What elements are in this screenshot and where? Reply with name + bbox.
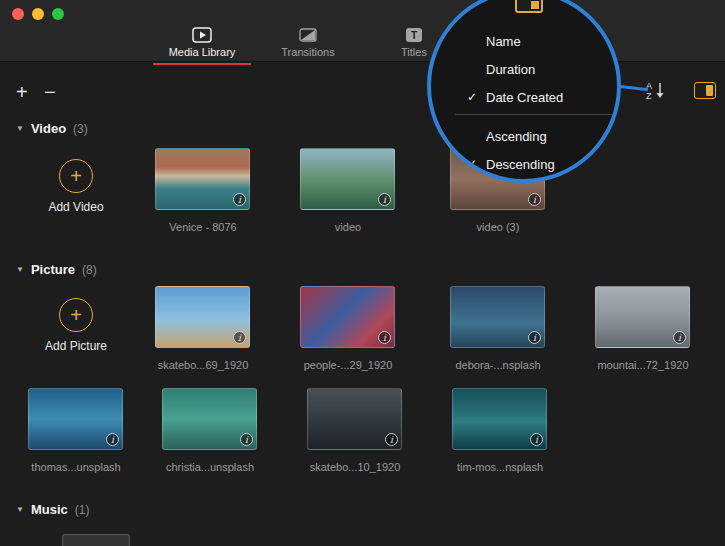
section-header-video[interactable]: ▼ Video (3)	[16, 121, 88, 136]
tab-underline-placeholder	[259, 63, 357, 65]
media-thumbnail[interactable]: i	[307, 388, 402, 450]
section-count: (1)	[75, 503, 90, 517]
close-button[interactable]	[12, 8, 24, 20]
media-caption: people-...29_1920	[283, 359, 413, 371]
sort-menu-zoom-callout: Name Duration ✓ Date Created Ascending ✓…	[427, 0, 621, 183]
add-video-button[interactable]: +	[59, 159, 93, 193]
media-caption: mountai...72_1920	[578, 359, 708, 371]
media-caption: tim-mos...nsplash	[435, 461, 565, 473]
menu-item-label: Name	[486, 34, 521, 49]
menu-item-label: Descending	[486, 157, 555, 172]
menu-separator	[455, 114, 613, 115]
zoomed-toolbar-icon	[515, 0, 543, 13]
add-picture-button[interactable]: +	[59, 298, 93, 332]
info-icon[interactable]: i	[528, 193, 541, 206]
disclosure-triangle-icon: ▼	[16, 505, 24, 514]
info-icon[interactable]: i	[378, 193, 391, 206]
media-thumbnail[interactable]: i	[300, 286, 395, 348]
menu-item-date-created[interactable]: ✓ Date Created	[467, 87, 563, 107]
media-thumbnail[interactable]: i	[595, 286, 690, 348]
media-caption: christia...unsplash	[145, 461, 275, 473]
media-caption: video	[283, 221, 413, 233]
section-count: (3)	[73, 122, 88, 136]
menu-item-label: Duration	[486, 62, 535, 77]
app-window: Media Library Transitions T Titles + −	[0, 0, 725, 546]
disclosure-triangle-icon: ▼	[16, 124, 24, 133]
tab-media-library[interactable]: Media Library	[150, 27, 254, 65]
add-media-button[interactable]: +	[16, 82, 28, 102]
info-icon[interactable]: i	[233, 331, 246, 344]
window-chrome: Media Library Transitions T Titles	[0, 0, 725, 62]
menu-item-name[interactable]: Name	[467, 31, 521, 51]
media-thumbnail-partial[interactable]	[62, 534, 130, 546]
media-library-icon	[192, 27, 212, 43]
media-caption: skatebo...10_1920	[290, 461, 420, 473]
info-icon[interactable]: i	[530, 433, 543, 446]
menu-item-descending[interactable]: ✓ Descending	[467, 154, 555, 174]
info-icon[interactable]: i	[378, 331, 391, 344]
section-header-music[interactable]: ▼ Music (1)	[16, 502, 89, 517]
media-thumbnail[interactable]: i	[452, 388, 547, 450]
add-picture-label: Add Picture	[28, 339, 124, 353]
transitions-icon	[299, 27, 317, 43]
info-icon[interactable]: i	[673, 331, 686, 344]
section-title: Video	[31, 121, 66, 136]
media-thumbnail[interactable]: i	[155, 148, 250, 210]
plus-icon: +	[70, 305, 82, 325]
media-caption: debora-...nsplash	[433, 359, 563, 371]
info-icon[interactable]: i	[233, 193, 246, 206]
tab-transitions-label: Transitions	[281, 46, 334, 58]
info-icon[interactable]: i	[106, 433, 119, 446]
media-thumbnail[interactable]: i	[162, 388, 257, 450]
section-title: Picture	[31, 262, 75, 277]
media-thumbnail[interactable]: i	[300, 148, 395, 210]
disclosure-triangle-icon: ▼	[16, 265, 24, 274]
remove-media-button[interactable]: −	[44, 82, 56, 102]
menu-item-label: Date Created	[486, 90, 563, 105]
media-caption: video (3)	[433, 221, 563, 233]
section-header-picture[interactable]: ▼ Picture (8)	[16, 262, 97, 277]
tab-transitions[interactable]: Transitions	[256, 27, 360, 65]
tab-media-library-label: Media Library	[169, 46, 236, 58]
media-panel-toggle-icon[interactable]	[694, 82, 716, 99]
media-caption: skatebo...69_1920	[138, 359, 268, 371]
menu-item-duration[interactable]: Duration	[467, 59, 535, 79]
zoom-button[interactable]	[52, 8, 64, 20]
media-caption: Venice - 8076	[138, 221, 268, 233]
media-panel-toggle-fill	[706, 85, 713, 96]
menu-item-label: Ascending	[486, 129, 547, 144]
section-count: (8)	[82, 263, 97, 277]
section-title: Music	[31, 502, 68, 517]
check-icon: ✓	[467, 90, 486, 104]
info-icon[interactable]: i	[385, 433, 398, 446]
add-video-label: Add Video	[28, 200, 124, 214]
menu-item-ascending[interactable]: Ascending	[467, 126, 547, 146]
zoomed-toolbar-icon-fill	[531, 1, 539, 9]
media-thumbnail[interactable]: i	[450, 286, 545, 348]
media-thumbnail[interactable]: i	[28, 388, 123, 450]
info-icon[interactable]: i	[240, 433, 253, 446]
tab-titles-label: Titles	[401, 46, 427, 58]
active-tab-underline	[153, 63, 251, 65]
svg-text:Z: Z	[646, 91, 652, 101]
titles-icon: T	[406, 27, 422, 43]
plus-icon: +	[70, 166, 82, 186]
minimize-button[interactable]	[32, 8, 44, 20]
media-thumbnail[interactable]: i	[155, 286, 250, 348]
media-caption: thomas...unsplash	[11, 461, 141, 473]
info-icon[interactable]: i	[528, 331, 541, 344]
